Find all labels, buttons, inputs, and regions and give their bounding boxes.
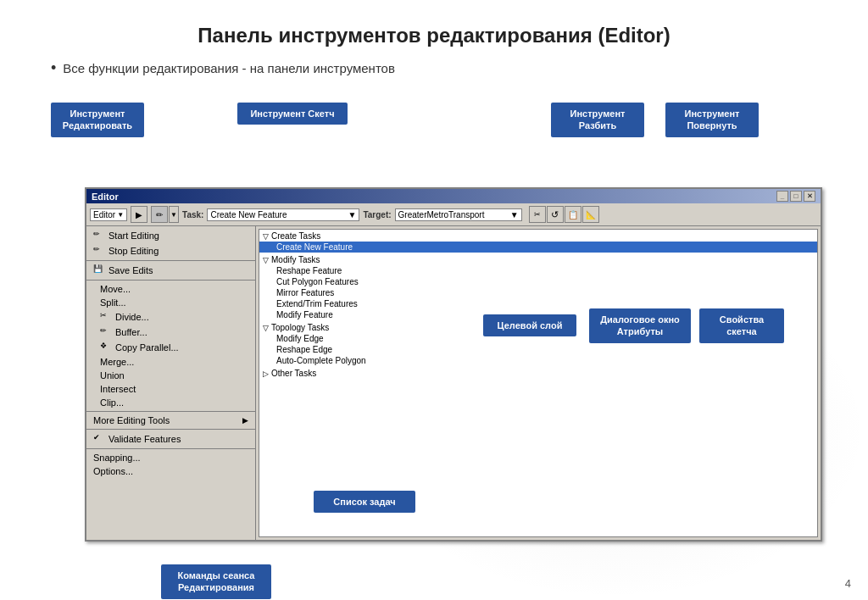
- target-label: Target:: [363, 210, 391, 219]
- left-panel: ✏ Start Editing ✏ Stop Editing 💾 Save Ed…: [86, 226, 256, 540]
- editor-menu-label: Editor: [93, 210, 115, 219]
- separator-2: [86, 280, 255, 281]
- separator-3: [86, 411, 255, 412]
- target-dropdown-arrow: ▼: [510, 210, 519, 219]
- task-group-topology-label: Topology Tasks: [271, 323, 329, 332]
- buffer-icon: ✏: [100, 326, 112, 338]
- menu-item-save-edits[interactable]: 💾 Save Edits: [86, 263, 255, 278]
- rotate-tool-icon[interactable]: ↺: [547, 206, 564, 223]
- task-item-reshape-feature-label: Reshape Feature: [276, 266, 342, 275]
- annotation-tool-rotate: Инструмент Повернуть: [665, 103, 759, 137]
- editor-window: Editor _ □ ✕ Editor ▼ ▶ ✏ ▼: [85, 187, 822, 542]
- more-editing-arrow: ▶: [242, 416, 248, 425]
- task-item-reshape-feature[interactable]: Reshape Feature: [259, 265, 817, 276]
- task-group-modify-header[interactable]: ▽ Modify Tasks: [259, 254, 817, 265]
- slide-number: 4: [845, 577, 851, 590]
- menu-item-validate-label: Validate Features: [108, 434, 181, 444]
- editor-content: ✏ Start Editing ✏ Stop Editing 💾 Save Ed…: [86, 226, 821, 540]
- menu-item-split-label: Split...: [100, 297, 126, 308]
- annotation-edit-session: Команды сеанса Редактирования: [161, 564, 271, 599]
- menu-item-move-label: Move...: [100, 284, 131, 294]
- editor-menu-dropdown[interactable]: Editor ▼: [90, 208, 127, 221]
- task-item-cut-polygon-label: Cut Polygon Features: [276, 277, 359, 286]
- divide-icon: ✂: [100, 311, 112, 323]
- minimize-button[interactable]: _: [776, 191, 788, 202]
- menu-item-stop-editing-label: Stop Editing: [108, 246, 159, 256]
- right-icons: ✂ ↺ 📋 📐: [529, 206, 599, 223]
- task-dropdown[interactable]: Create New Feature ▼: [207, 208, 359, 221]
- edit-tool-dropdown[interactable]: ▼: [169, 206, 179, 223]
- menu-item-merge[interactable]: Merge...: [86, 355, 255, 369]
- menu-item-clip[interactable]: Clip...: [86, 396, 255, 409]
- task-group-topology-toggle: ▽: [263, 324, 269, 332]
- edit-tool-icon[interactable]: ✏: [151, 206, 168, 223]
- separator-1: [86, 260, 255, 261]
- bullet-point: •: [51, 59, 56, 77]
- copy-parallel-icon: ❖: [100, 342, 112, 353]
- menu-item-start-editing[interactable]: ✏ Start Editing: [86, 228, 255, 243]
- task-item-cut-polygon[interactable]: Cut Polygon Features: [259, 276, 817, 287]
- task-group-other: ▷ Other Tasks: [259, 367, 817, 380]
- slide: Панель инструментов редактирования (Edit…: [0, 0, 868, 600]
- menu-item-validate-features[interactable]: ✔ Validate Features: [86, 431, 255, 447]
- menu-item-options[interactable]: Options...: [86, 464, 255, 478]
- annotation-sketch-props: Свойства скетча: [699, 308, 784, 343]
- menu-item-options-label: Options...: [93, 466, 133, 476]
- menu-item-buffer[interactable]: ✏ Buffer...: [86, 325, 255, 340]
- select-tool-icon[interactable]: ▶: [131, 206, 147, 223]
- task-item-create-new-feature[interactable]: Create New Feature: [259, 242, 817, 253]
- task-item-modify-edge-label: Modify Edge: [276, 334, 324, 343]
- task-group-create-header[interactable]: ▽ Create Tasks: [259, 231, 817, 242]
- validate-icon: ✔: [93, 433, 105, 445]
- menu-item-more-editing-tools[interactable]: More Editing Tools ▶: [86, 414, 255, 427]
- close-button[interactable]: ✕: [804, 191, 815, 202]
- menu-item-stop-editing[interactable]: ✏ Stop Editing: [86, 243, 255, 258]
- menu-item-union[interactable]: Union: [86, 369, 255, 382]
- task-item-auto-complete-polygon[interactable]: Auto-Complete Polygon: [259, 355, 817, 366]
- task-group-other-label: Other Tasks: [271, 369, 316, 378]
- attributes-icon[interactable]: 📋: [565, 206, 581, 223]
- stop-editing-icon: ✏: [93, 245, 105, 257]
- annotation-attributes-dialog: Диалоговое окно Атрибуты: [589, 308, 691, 343]
- menu-item-clip-label: Clip...: [100, 397, 124, 408]
- menu-item-merge-label: Merge...: [100, 357, 134, 367]
- task-item-auto-complete-label: Auto-Complete Polygon: [276, 356, 366, 365]
- annotation-tool-split: Инструмент Разбить: [551, 103, 644, 137]
- menu-item-divide[interactable]: ✂ Divide...: [86, 309, 255, 325]
- task-group-modify-label: Modify Tasks: [271, 255, 320, 264]
- task-item-extend-trim-label: Extend/Trim Features: [276, 299, 358, 308]
- task-item-reshape-edge[interactable]: Reshape Edge: [259, 344, 817, 355]
- menu-item-union-label: Union: [100, 370, 125, 381]
- start-editing-icon: ✏: [93, 230, 105, 242]
- editor-title: Editor: [92, 192, 119, 202]
- slide-subtitle: • Все функции редактирования - на панели…: [51, 59, 834, 77]
- editor-titlebar: Editor _ □ ✕: [86, 189, 821, 203]
- annotation-tool-sketch: Инструмент Скетч: [237, 103, 348, 125]
- annotation-tool-edit: Инструмент Редактировать: [51, 103, 144, 137]
- menu-item-buffer-label: Buffer...: [115, 327, 147, 337]
- slide-title: Панель инструментов редактирования (Edit…: [34, 24, 834, 47]
- editor-toolbar: Editor ▼ ▶ ✏ ▼ Task: Create New Feature …: [86, 203, 821, 226]
- menu-item-intersect-label: Intersect: [100, 384, 136, 394]
- subtitle-text: Все функции редактирования - на панели и…: [63, 61, 395, 75]
- task-label: Task:: [182, 210, 203, 219]
- editor-menu-arrow: ▼: [117, 211, 124, 219]
- menu-item-snapping[interactable]: Snapping...: [86, 451, 255, 464]
- menu-item-save-edits-label: Save Edits: [108, 265, 153, 275]
- split-tool-icon[interactable]: ✂: [529, 206, 546, 223]
- sketch-props-icon[interactable]: 📐: [582, 206, 599, 223]
- task-group-modify-toggle: ▽: [263, 256, 269, 264]
- menu-item-copy-parallel[interactable]: ❖ Copy Parallel...: [86, 340, 255, 355]
- task-group-other-header[interactable]: ▷ Other Tasks: [259, 368, 817, 379]
- target-dropdown[interactable]: GreaterMetroTransport ▼: [395, 208, 522, 221]
- save-edits-icon: 💾: [93, 264, 105, 276]
- menu-item-snapping-label: Snapping...: [93, 453, 141, 463]
- target-value: GreaterMetroTransport: [398, 210, 485, 219]
- task-item-mirror-features[interactable]: Mirror Features: [259, 287, 817, 298]
- task-group-create-label: Create Tasks: [271, 231, 320, 241]
- menu-item-intersect[interactable]: Intersect: [86, 382, 255, 396]
- task-item-mirror-features-label: Mirror Features: [276, 288, 334, 297]
- menu-item-split[interactable]: Split...: [86, 296, 255, 309]
- maximize-button[interactable]: □: [790, 191, 802, 202]
- menu-item-move[interactable]: Move...: [86, 282, 255, 296]
